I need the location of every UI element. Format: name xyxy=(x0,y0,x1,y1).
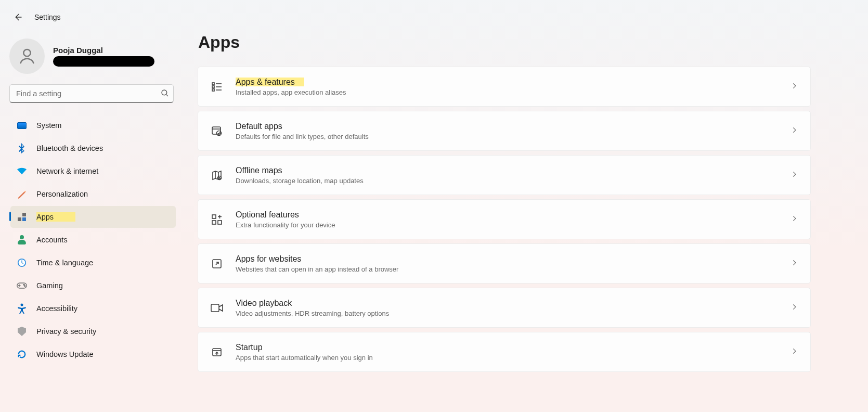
card-title: Optional features xyxy=(236,210,299,219)
chevron-right-icon xyxy=(791,126,798,136)
sidebar-item-gaming[interactable]: Gaming xyxy=(10,275,176,297)
sidebar-item-label: Accounts xyxy=(36,236,68,244)
card-subtitle: Downloads, storage location, map updates xyxy=(236,177,791,185)
sidebar-item-label: Time & language xyxy=(36,259,93,267)
settings-card-apps-features[interactable]: Apps & featuresInstalled apps, app execu… xyxy=(198,67,811,107)
sidebar-item-update[interactable]: Windows Update xyxy=(10,343,176,365)
search-icon[interactable] xyxy=(160,88,170,100)
apps-icon xyxy=(17,212,27,222)
card-text: StartupApps that start automatically whe… xyxy=(236,342,791,362)
card-subtitle: Video adjustments, HDR streaming, batter… xyxy=(236,310,791,317)
profile-name: Pooja Duggal xyxy=(53,46,154,55)
bt-icon xyxy=(17,143,27,153)
nav-list: SystemBluetooth & devicesNetwork & inter… xyxy=(9,114,177,365)
card-subtitle: Websites that can open in an app instead… xyxy=(236,265,791,273)
card-title: Apps & features xyxy=(236,78,304,86)
card-text: Default appsDefaults for file and link t… xyxy=(236,121,791,141)
settings-card-video-playback[interactable]: Video playbackVideo adjustments, HDR str… xyxy=(198,288,811,328)
chevron-right-icon xyxy=(791,82,798,92)
svg-rect-18 xyxy=(211,304,219,312)
back-arrow-icon xyxy=(13,12,22,22)
card-subtitle: Extra functionality for your device xyxy=(236,221,791,229)
acct-icon xyxy=(17,235,27,245)
card-subtitle: Defaults for file and link types, other … xyxy=(236,133,791,140)
openext-icon xyxy=(210,256,224,271)
card-text: Apps for websitesWebsites that can open … xyxy=(236,254,791,274)
svg-rect-14 xyxy=(212,215,216,218)
sidebar-item-apps[interactable]: Apps xyxy=(10,206,176,228)
profile-block[interactable]: Pooja Duggal xyxy=(9,35,177,84)
chevron-right-icon xyxy=(791,171,798,180)
sidebar-item-label: Privacy & security xyxy=(36,327,96,336)
chevron-right-icon xyxy=(791,215,798,224)
svg-point-7 xyxy=(21,304,23,306)
settings-card-offline-maps[interactable]: Offline mapsDownloads, storage location,… xyxy=(198,155,811,195)
profile-text: Pooja Duggal xyxy=(53,46,154,67)
sidebar-item-accounts[interactable]: Accounts xyxy=(10,229,176,251)
card-title: Startup xyxy=(236,343,263,352)
system-icon xyxy=(17,120,27,131)
sidebar-item-label: Bluetooth & devices xyxy=(36,144,103,152)
sidebar-item-privacy[interactable]: Privacy & security xyxy=(10,320,176,342)
startup-icon xyxy=(210,345,224,359)
sidebar-item-accessibility[interactable]: Accessibility xyxy=(10,298,176,319)
person-icon xyxy=(17,46,37,66)
svg-rect-16 xyxy=(218,221,222,224)
sidebar-item-bluetooth[interactable]: Bluetooth & devices xyxy=(10,137,176,159)
back-button[interactable] xyxy=(10,10,25,24)
defapp-icon xyxy=(210,124,224,138)
settings-card-apps-websites[interactable]: Apps for websitesWebsites that can open … xyxy=(198,243,811,284)
sidebar-item-label: Personalization xyxy=(36,190,88,198)
pers-icon xyxy=(17,189,27,199)
card-text: Apps & featuresInstalled apps, app execu… xyxy=(236,77,791,97)
card-title: Default apps xyxy=(236,122,282,131)
sidebar-item-label: Accessibility xyxy=(36,304,77,313)
svg-rect-15 xyxy=(212,221,216,224)
header-title: Settings xyxy=(34,13,61,21)
svg-point-5 xyxy=(23,284,24,285)
search-wrap xyxy=(9,84,177,103)
chevron-right-icon xyxy=(791,303,798,313)
card-text: Offline mapsDownloads, storage location,… xyxy=(236,165,791,185)
sidebar-item-label: Apps xyxy=(36,212,75,222)
chevron-right-icon xyxy=(791,259,798,268)
search-input[interactable] xyxy=(9,84,174,103)
time-icon xyxy=(17,258,27,268)
sidebar-item-label: Network & internet xyxy=(36,167,98,175)
svg-point-6 xyxy=(24,286,25,287)
card-subtitle: Apps that start automatically when you s… xyxy=(236,354,791,362)
card-text: Video playbackVideo adjustments, HDR str… xyxy=(236,298,791,318)
svg-point-0 xyxy=(23,49,30,56)
access-icon xyxy=(17,303,27,314)
svg-rect-10 xyxy=(212,89,214,91)
sidebar-item-network[interactable]: Network & internet xyxy=(10,160,176,182)
sidebar-item-system[interactable]: System xyxy=(10,114,176,136)
svg-rect-8 xyxy=(212,83,214,85)
list-icon xyxy=(210,80,224,94)
avatar xyxy=(9,38,45,74)
sidebar-item-label: System xyxy=(36,121,61,130)
card-title: Video playback xyxy=(236,299,292,307)
card-title: Offline maps xyxy=(236,166,282,175)
map-icon xyxy=(210,168,224,183)
game-icon xyxy=(17,280,27,291)
sidebar-item-time[interactable]: Time & language xyxy=(10,252,176,274)
card-text: Optional featuresExtra functionality for… xyxy=(236,210,791,229)
main-panel: Apps Apps & featuresInstalled apps, app … xyxy=(187,30,868,388)
addsq-icon xyxy=(210,212,224,227)
sidebar-item-label: Windows Update xyxy=(36,350,94,358)
sidebar-item-personalization[interactable]: Personalization xyxy=(10,183,176,205)
header-bar: Settings xyxy=(0,0,868,25)
settings-card-default-apps[interactable]: Default appsDefaults for file and link t… xyxy=(198,111,811,151)
settings-card-list: Apps & featuresInstalled apps, app execu… xyxy=(198,67,811,372)
net-icon xyxy=(17,166,27,176)
settings-card-optional-features[interactable]: Optional featuresExtra functionality for… xyxy=(198,199,811,239)
sidebar: Pooja Duggal SystemBluetooth & devicesNe… xyxy=(0,30,187,388)
card-title: Apps for websites xyxy=(236,254,301,263)
svg-point-1 xyxy=(162,90,167,95)
profile-email-redacted xyxy=(53,56,154,67)
sidebar-item-label: Gaming xyxy=(36,281,63,290)
svg-rect-9 xyxy=(212,86,214,88)
page-title: Apps xyxy=(198,33,811,52)
settings-card-startup[interactable]: StartupApps that start automatically whe… xyxy=(198,332,811,372)
